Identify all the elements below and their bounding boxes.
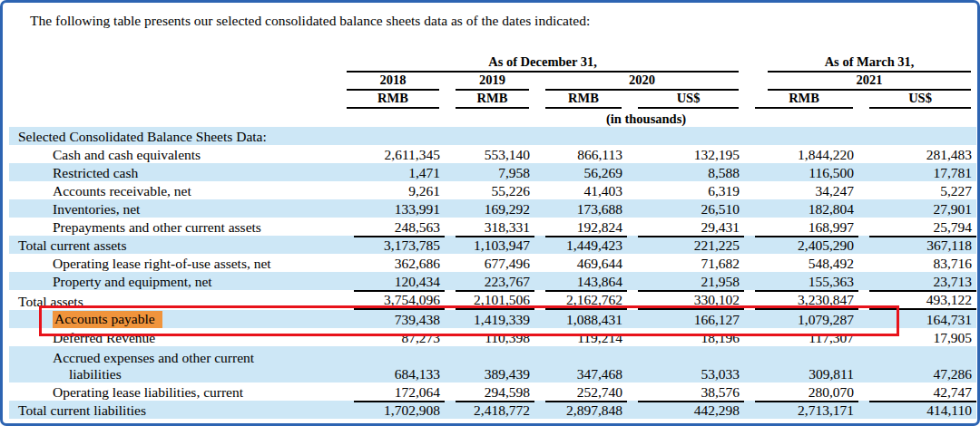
year-header-row: 2018 2019 2020 2021 [9,73,976,91]
cell-value: 8,588 [627,163,744,181]
cell-value: 2,162,762 [534,290,627,310]
cell-value: 2,611,345 [343,145,445,163]
cell-value: 367,118 [858,236,976,254]
cell-value: 29,431 [627,218,744,236]
cell-value: 155,363 [744,272,858,290]
balance-sheet-body: Selected Consolidated Balance Sheets Dat… [9,127,976,419]
row-label: Restricted cash [9,163,343,181]
year-2021: 2021 [744,73,976,91]
cell-value: 34,247 [744,181,858,199]
cell-value: 53,033 [627,346,744,382]
cell-value: 182,804 [744,199,858,218]
cell-value: 294,598 [445,382,534,401]
cell-value: 41,403 [534,181,627,199]
cell-value: 309,811 [744,346,858,382]
group-header-row: As of December 31, As of March 31, [9,52,976,73]
row-label: Operating lease right-of-use assets, net [9,254,343,272]
cell-value: 55,226 [445,181,534,199]
row-label: Deferred Revenue [9,328,343,346]
cell-value: 347,468 [534,346,627,382]
cell-value: 2,405,290 [744,236,858,254]
cell-value: 25,794 [858,218,976,236]
cell-value: 3,173,785 [343,236,445,254]
cell-value: 1,103,947 [445,236,534,254]
row-label: Total assets [9,290,343,310]
cell-value: 442,298 [627,401,744,419]
cell-value: 252,740 [534,382,627,401]
cell-value: 116,500 [744,163,858,181]
cell-value: 18,196 [627,328,744,346]
row-accrued-expenses-other-current-liabilities: Accrued expenses and other currentliabil… [9,346,976,382]
cell-value: 866,113 [534,145,627,163]
currency-2019-rmb: RMB [445,91,534,109]
year-label: 2018 [380,73,407,87]
currency-2021-usd: US$ [858,91,976,109]
row-label: Inventories, net [9,199,343,218]
row-cash-and-cash-equivalents: Cash and cash equivalents2,611,345553,14… [9,145,976,163]
cell-value: 280,070 [744,382,858,401]
intro-text: The following table presents our selecte… [30,13,590,29]
cell-value: 17,905 [858,328,976,346]
cell-value: 1,088,431 [534,310,627,328]
row-total-current-liabilities: Total current liabilities1,702,9082,418,… [9,401,976,419]
header-spacer [9,91,343,109]
row-deferred-revenue: Deferred Revenue87,273110,398119,21418,1… [9,328,976,346]
cell-value: 1,079,287 [744,310,858,328]
cell-value: 548,492 [744,254,858,272]
currency-2021-rmb: RMB [744,91,858,109]
row-label: Operating lease liabilities, current [9,382,343,401]
year-label: 2019 [479,73,505,87]
cell-value: 26,510 [627,199,744,218]
row-section-title: Selected Consolidated Balance Sheets Dat… [9,127,976,145]
cell-value: 143,864 [534,272,627,290]
cell-value: 169,292 [445,199,534,218]
group-header-label: As of March 31, [825,54,915,69]
balance-sheet-table: As of December 31, As of March 31, 2018 … [9,52,976,419]
currency-label: RMB [377,91,408,105]
cell-value: 1,419,339 [445,310,534,328]
header-spacer [9,73,343,91]
cell-value: 120,434 [343,272,445,290]
cell-value: 739,438 [343,310,445,328]
currency-header-row: RMB RMB RMB US$ RMB US$ [9,91,976,109]
cell-value: 493,122 [858,290,976,310]
cell-value: 3,754,096 [343,290,445,310]
group-header-december-31: As of December 31, [343,52,744,73]
currency-label: US$ [677,91,701,105]
cell-value: 132,195 [627,145,744,163]
cell-value: 172,064 [343,382,445,401]
header-spacer [9,52,343,73]
cell-value: 9,261 [343,181,445,199]
cell-value: 684,133 [343,346,445,382]
cell-value: 469,644 [534,254,627,272]
row-total-assets: Total assets3,754,0962,101,5062,162,7623… [9,290,976,310]
currency-label: RMB [477,91,508,105]
row-accounts-payable: Accounts payable739,4381,419,3391,088,43… [9,310,976,328]
cell-value [445,127,534,145]
cell-value: 414,110 [858,401,976,419]
cell-value: 248,563 [343,218,445,236]
cell-value: 56,269 [534,163,627,181]
cell-value: 117,307 [744,328,858,346]
currency-label: RMB [789,91,819,105]
cell-value: 164,731 [858,310,976,328]
cell-value: 5,227 [858,181,976,199]
cell-value: 173,688 [534,199,627,218]
cell-value: 168,997 [744,218,858,236]
cell-value: 2,713,171 [744,401,858,419]
currency-label: US$ [908,91,932,105]
cell-value: 166,127 [627,310,744,328]
cell-value: 7,958 [445,163,534,181]
cell-value: 42,747 [858,382,976,401]
cell-value: 2,418,772 [445,401,534,419]
cell-value: 221,225 [627,236,744,254]
row-label: Accrued expenses and other currentliabil… [9,346,343,382]
row-label: Total current assets [9,236,343,254]
cell-value: 119,214 [534,328,627,346]
cell-value: 47,286 [858,346,976,382]
row-property-and-equipment-net: Property and equipment, net120,434223,76… [9,272,976,290]
cell-value: 1,449,423 [534,236,627,254]
cell-value: 1,702,908 [343,401,445,419]
table-header: As of December 31, As of March 31, 2018 … [9,52,976,127]
cell-value [627,127,744,145]
